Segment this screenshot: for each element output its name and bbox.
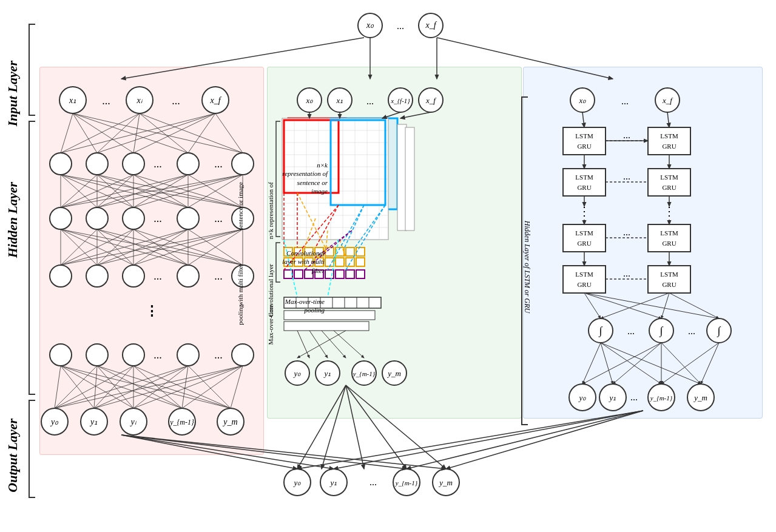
svg-text:y₁: y₁: [609, 393, 616, 402]
svg-text:y_{m-1}: y_{m-1}: [353, 370, 376, 377]
svg-line-349: [334, 411, 643, 469]
svg-line-35: [97, 113, 215, 153]
svg-text:...: ...: [627, 326, 635, 336]
svg-text:x_f: x_f: [425, 96, 437, 105]
svg-text:...: ...: [623, 171, 630, 181]
svg-line-340: [121, 435, 407, 469]
svg-point-104: [50, 344, 72, 366]
svg-rect-263: [648, 169, 690, 196]
svg-rect-204: [336, 270, 344, 278]
svg-text:...: ...: [621, 96, 629, 106]
svg-point-23: [232, 153, 254, 175]
svg-text:y₁: y₁: [323, 369, 331, 378]
svg-line-342: [322, 385, 346, 469]
svg-rect-254: [648, 127, 690, 155]
svg-text:...: ...: [623, 227, 630, 237]
svg-point-39: [50, 207, 72, 229]
svg-line-138: [133, 366, 188, 408]
svg-line-24: [61, 113, 73, 153]
svg-text:Max-over-time: Max-over-time: [267, 305, 274, 345]
svg-rect-178: [405, 127, 414, 231]
svg-text:...: ...: [623, 130, 630, 140]
svg-rect-232: [284, 322, 369, 331]
svg-line-323: [582, 343, 661, 384]
svg-text:GRU: GRU: [577, 281, 591, 288]
svg-point-75: [177, 265, 199, 287]
svg-rect-206: [356, 270, 365, 278]
svg-line-237: [297, 331, 346, 358]
svg-line-126: [55, 366, 97, 408]
svg-line-36: [133, 113, 215, 153]
svg-text:...: ...: [154, 158, 162, 170]
svg-point-108: [177, 344, 199, 366]
cnn-annotation-pool: Max-over-time pooling: [276, 297, 325, 315]
svg-line-145: [231, 366, 243, 408]
svg-line-144: [182, 366, 243, 408]
cnn-annotation-matrix: n×k representation of sentence or image: [279, 161, 328, 195]
svg-text:y₀: y₀: [293, 478, 302, 487]
svg-rect-198: [356, 258, 365, 266]
svg-line-294: [582, 112, 584, 127]
svg-line-307: [601, 293, 669, 318]
svg-text:LSTM: LSTM: [575, 173, 593, 181]
svg-line-125: [61, 366, 231, 408]
svg-rect-270: [563, 224, 606, 252]
svg-point-40: [86, 207, 108, 229]
svg-text:x₀: x₀: [306, 96, 314, 105]
svg-text:...: ...: [623, 268, 630, 278]
svg-text:LSTM: LSTM: [660, 271, 678, 278]
svg-line-32: [140, 113, 188, 153]
svg-rect-196: [336, 258, 344, 266]
svg-text:LSTM: LSTM: [660, 132, 678, 140]
svg-text:...: ...: [172, 95, 180, 107]
svg-line-27: [73, 113, 188, 153]
svg-text:y₀: y₀: [293, 369, 302, 378]
svg-line-324: [613, 343, 661, 384]
svg-text:...: ...: [369, 477, 377, 487]
svg-rect-278: [563, 266, 606, 293]
svg-text:GRU: GRU: [577, 240, 591, 247]
svg-line-326: [661, 343, 701, 384]
input-layer-label: Input Layer: [5, 61, 21, 126]
svg-text:x₁: x₁: [69, 96, 76, 105]
svg-text:x₀: x₀: [579, 96, 587, 105]
svg-point-110: [232, 344, 254, 366]
svg-text:x₁: x₁: [336, 96, 343, 105]
svg-text:...: ...: [397, 21, 404, 31]
svg-line-306: [584, 293, 719, 318]
svg-line-28: [73, 113, 243, 153]
svg-point-21: [177, 153, 199, 175]
svg-point-73: [123, 265, 144, 287]
svg-line-182: [400, 112, 431, 118]
svg-line-25: [73, 113, 97, 153]
svg-text:x_{f-1}: x_{f-1}: [390, 97, 410, 104]
svg-text:GRU: GRU: [662, 240, 676, 247]
svg-text:y_m: y_m: [693, 393, 707, 402]
svg-line-141: [55, 366, 243, 408]
hidden-layer-label: Hidden Layer: [5, 182, 21, 258]
svg-text:...: ...: [154, 349, 162, 361]
svg-text:LSTM: LSTM: [575, 271, 593, 278]
svg-rect-273: [648, 224, 690, 252]
svg-point-43: [177, 207, 199, 229]
svg-text:y_{m-1}: y_{m-1}: [395, 479, 418, 487]
svg-text:y₀: y₀: [50, 417, 59, 426]
cnn-annotation-conv: Convolutional layer with multi filter: [276, 249, 325, 275]
svg-text:...: ...: [214, 212, 223, 224]
svg-line-143: [133, 366, 243, 408]
svg-text:GRU: GRU: [577, 184, 591, 191]
svg-line-38: [215, 113, 243, 153]
diagram-container: x₀ ... x_f x₁ ... xᵢ ... x_f ...: [0, 0, 776, 532]
svg-line-339: [121, 435, 334, 469]
svg-line-319: [582, 343, 601, 384]
svg-line-305: [584, 293, 661, 318]
svg-text:LSTM: LSTM: [575, 132, 593, 140]
svg-line-350: [297, 411, 643, 469]
svg-text:y₁: y₁: [89, 417, 98, 426]
svg-rect-189: [346, 247, 354, 256]
svg-text:⋮: ⋮: [663, 204, 675, 218]
svg-line-123: [61, 366, 133, 408]
svg-line-348: [407, 411, 643, 469]
svg-text:n×k representation of: n×k representation of: [267, 182, 274, 240]
svg-text:xᵢ: xᵢ: [136, 96, 143, 105]
